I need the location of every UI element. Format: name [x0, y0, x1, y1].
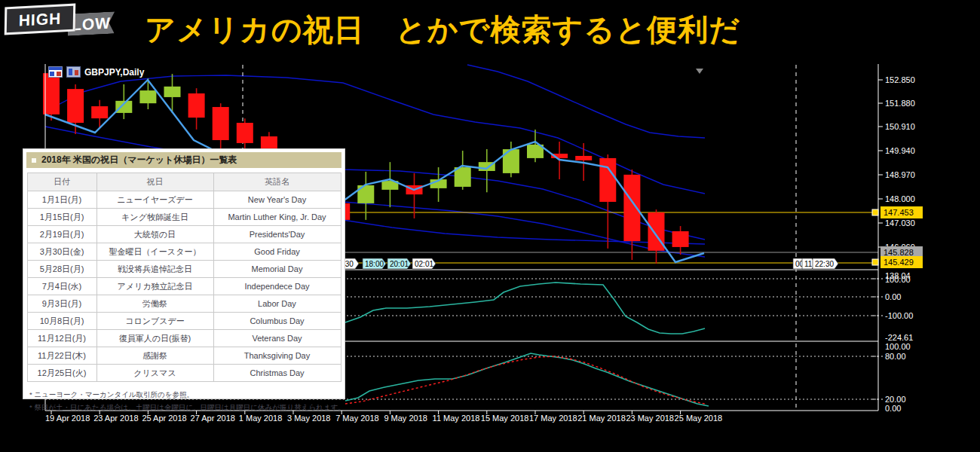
table-cell-date: 5月28日(月) — [27, 261, 96, 278]
price-tick-label: 148.000 — [885, 194, 915, 203]
table-row: 3月30日(金)聖金曜日（イースター）Good Friday — [27, 243, 341, 261]
candle-body — [261, 136, 277, 148]
date-label: 1 May 2018 — [239, 414, 282, 423]
table-cell-date: 11月12日(月) — [27, 330, 96, 347]
date-label: 7 May 2018 — [335, 414, 378, 423]
table-cell-english: Good Friday — [213, 243, 341, 261]
time-tag-label: 02:01 — [415, 260, 433, 268]
table-cell-english: Thanksgiving Day — [213, 347, 341, 365]
ohlc-icon — [66, 66, 81, 78]
date-label: 15 May 2018 — [481, 414, 529, 423]
date-label: 23 Apr 2018 — [93, 414, 138, 423]
panel-axis-label: 100.00 — [885, 342, 911, 351]
logo-high-text: HIGH — [19, 9, 62, 29]
date-label: 21 May 2018 — [577, 414, 626, 423]
table-cell-english: Labor Day — [213, 295, 341, 313]
candle-body — [237, 123, 253, 143]
date-label: 23 May 2018 — [626, 414, 674, 423]
candle-body — [164, 87, 181, 97]
table-row: 7月4日(水)アメリカ独立記念日Independece Day — [27, 278, 341, 295]
table-cell-holiday: コロンブスデー — [96, 313, 213, 330]
triangle-marker — [696, 69, 703, 74]
table-cell-holiday: 大統領の日 — [96, 226, 213, 243]
chart-window-icon — [48, 66, 63, 78]
table-row: 12月25日(火)クリスマスChristmas Day — [27, 365, 341, 382]
symbol-label: GBPJPY,Daily — [84, 67, 144, 78]
page: { "logo": {"high": "HIGH", "low": "LOW"}… — [0, 0, 980, 452]
candle-body — [575, 156, 592, 160]
table-cell-holiday: ニューイヤーズデー — [96, 191, 213, 209]
holiday-table: 日付祝日英語名 1月1日(月)ニューイヤーズデーNew Year's Day1月… — [27, 173, 341, 382]
logo-high-banner: HIGH — [5, 3, 76, 35]
date-label: 27 Apr 2018 — [191, 414, 235, 423]
indicator1-line — [345, 282, 705, 334]
table-cell-date: 7月4日(水) — [27, 278, 96, 295]
page-title: アメリカの祝日 とかで検索すると便利だ — [145, 9, 740, 50]
table-cell-holiday: キング牧師誕生日 — [96, 209, 213, 226]
date-label: 3 May 2018 — [287, 414, 330, 423]
candle-body — [455, 167, 471, 187]
table-cell-english: Christmas Day — [213, 365, 341, 382]
table-cell-english: Veterans Day — [213, 330, 341, 347]
table-row: 9月3日(月)労働祭Labor Day — [27, 295, 341, 313]
candle-body — [139, 90, 156, 103]
table-cell-english: Independece Day — [213, 278, 341, 295]
candle-body — [648, 212, 665, 251]
time-tag-label: 18:00 — [365, 260, 384, 268]
table-cell-date: 11月22日(木) — [27, 347, 96, 365]
holiday-table-notes: * ニューヨーク・マーカンタイル取引所のを参照。* 祭日が土・日にあたる場合は、… — [29, 388, 340, 414]
price-tag-label: 145.828 — [884, 248, 914, 257]
table-row: 2月19日(月)大統領の日Presidents'Day — [27, 226, 341, 243]
table-cell-date: 2月19日(月) — [27, 226, 96, 243]
indicator2-signal-line — [345, 356, 705, 404]
table-row: 1月1日(月)ニューイヤーズデーNew Year's Day — [27, 191, 341, 209]
panel-axis-label: 20.00 — [885, 395, 906, 404]
candle-body — [623, 175, 640, 241]
table-cell-date: 3月30日(金) — [27, 243, 96, 261]
logo-low-text: LOW — [72, 14, 111, 34]
table-row: 11月22日(木)感謝祭Thanksgiving Day — [27, 347, 341, 365]
date-label: 17 May 2018 — [529, 414, 577, 423]
panel-axis-label: -224.61 — [885, 333, 913, 342]
note-line: * ニューヨーク・マーカンタイル取引所のを参照。 — [29, 388, 340, 401]
holiday-table-header-row: 日付祝日英語名 — [27, 173, 341, 191]
table-cell-holiday: 労働祭 — [96, 295, 213, 313]
table-cell-english: Columbus Day — [213, 313, 341, 330]
price-line-marker — [872, 209, 878, 215]
candle-body — [67, 89, 84, 123]
table-row: 11月12日(月)復員軍人の日(振替)Veterans Day — [27, 330, 341, 347]
table-cell-holiday: 感謝祭 — [96, 347, 213, 365]
candle-body — [91, 106, 108, 118]
panel-axis-label: 80.00 — [885, 352, 906, 361]
table-cell-date: 9月3日(月) — [27, 295, 96, 313]
table-cell-english: Memorial Day — [213, 261, 341, 278]
table-row: 5月28日(月)戦没将兵追悼記念日Memorial Day — [27, 261, 341, 278]
table-row: 10月8日(月)コロンブスデーColumbus Day — [27, 313, 341, 330]
column-header: 英語名 — [213, 173, 341, 191]
price-tick-label: 147.030 — [885, 218, 915, 228]
date-label: 25 May 2018 — [675, 414, 723, 423]
price-tick-label: 149.940 — [885, 146, 915, 155]
table-cell-english: New Year's Day — [213, 191, 341, 209]
table-cell-date: 12月25日(火) — [27, 365, 96, 382]
date-label: 9 May 2018 — [384, 414, 427, 423]
column-header: 日付 — [27, 173, 96, 191]
panel-axis-label: -100.00 — [885, 311, 913, 320]
candle-body — [599, 158, 616, 202]
table-cell-holiday: 聖金曜日（イースター） — [96, 243, 213, 261]
price-tag-label: 147.453 — [884, 208, 914, 217]
date-label: 11 May 2018 — [433, 414, 480, 423]
panel-axis-label: 0.00 — [885, 292, 901, 301]
price-tag-label: 145.429 — [884, 258, 914, 267]
table-cell-date: 1月1日(月) — [27, 191, 96, 209]
table-cell-date: 10月8日(月) — [27, 313, 96, 330]
holiday-table-title: 2018年 米国の祝日（マーケット休場日）一覧表 — [41, 154, 237, 166]
table-cell-english: Martin Luther King, Jr. Day — [213, 209, 341, 226]
panel-axis-label: 0.00 — [885, 404, 901, 413]
candle-body — [213, 107, 229, 140]
table-cell-holiday: アメリカ独立記念日 — [96, 278, 213, 295]
indicator2-main-line — [345, 353, 709, 406]
price-tick-label: 150.910 — [885, 122, 915, 131]
time-tag-label: 11 — [804, 260, 813, 268]
table-row: 1月15日(月)キング牧師誕生日Martin Luther King, Jr. … — [27, 209, 341, 226]
